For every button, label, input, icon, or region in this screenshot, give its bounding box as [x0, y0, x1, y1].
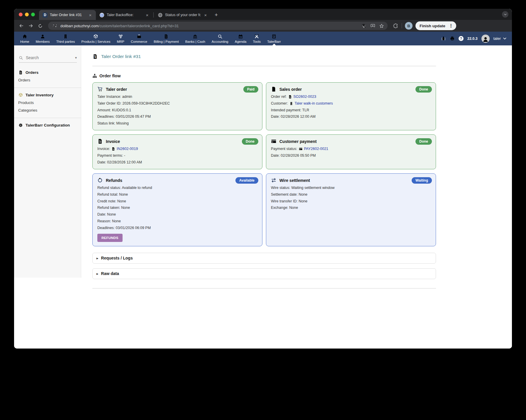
url-path: /custom/talerbarr/talerorderlink_card.ph… [99, 24, 179, 28]
chevron-down-icon [503, 13, 507, 16]
raw-data-section[interactable]: ▸ Raw data [92, 268, 436, 279]
close-window-button[interactable] [19, 13, 23, 16]
briefcase-icon [137, 34, 142, 39]
address-bar[interactable]: dolibarr.potuzhnyi.com/custom/talerbarr/… [48, 22, 388, 30]
nav-commerce[interactable]: Commerce [128, 32, 150, 45]
nav-home[interactable]: Home [17, 32, 33, 45]
card-line: Payment status: PAY2602-0021 [271, 146, 431, 151]
customer-link[interactable]: Taler walk-in customers [295, 101, 333, 106]
card-sales-order: Sales order Done Order ref: SO2602-0023 … [266, 82, 436, 130]
mic-off-icon[interactable] [361, 23, 367, 29]
field-label: Invoice: [97, 146, 110, 151]
tab-taler-backoffice[interactable]: Taler Backoffice: × [96, 10, 153, 20]
calendar-icon [238, 34, 243, 39]
bug-icon[interactable] [441, 36, 446, 41]
search-icon [19, 56, 23, 60]
tab-search-button[interactable] [502, 11, 508, 18]
tab-separator [153, 12, 154, 18]
card-line: Exchange: None [271, 205, 431, 210]
bookmark-star-icon[interactable] [378, 23, 385, 29]
sidebar-search: ▾ [19, 55, 77, 63]
user-menu[interactable]: taler [493, 36, 507, 41]
talerbarr-icon [272, 34, 276, 39]
nav-label: Tools [253, 40, 261, 43]
reload-button[interactable] [36, 22, 44, 30]
nav-label: Billing | Payment [154, 40, 179, 43]
url-host: dolibarr.potuzhnyi.com [60, 24, 99, 28]
user-avatar[interactable] [481, 35, 490, 43]
field-label: Payment status: [271, 146, 297, 151]
window-controls [14, 13, 39, 20]
forward-button[interactable] [27, 22, 35, 30]
sidebar-item-orders[interactable]: Orders [14, 75, 81, 82]
card-title: Invoice [106, 139, 120, 144]
tab-title: Taler Backoffice: [107, 13, 142, 17]
chevron-down-icon [502, 36, 507, 41]
card-line: Payment terms: - [97, 153, 257, 158]
finish-update-button[interactable]: Finish update⋮ [415, 21, 456, 30]
building-icon [289, 102, 293, 105]
field-label: Customer: [271, 101, 288, 106]
nav-label: TalerBarr [267, 40, 281, 43]
chevron-down-icon[interactable]: ▾ [75, 56, 77, 60]
invoice-link[interactable]: IN2602-0019 [117, 146, 138, 151]
sidebar-item-products[interactable]: Products [14, 97, 81, 105]
nav-billing-payment[interactable]: Billing | Payment [150, 32, 182, 45]
back-button[interactable] [18, 22, 25, 30]
nav-tools[interactable]: Tools [250, 32, 264, 45]
status-badge-done: Done [415, 86, 432, 93]
sales-order-link[interactable]: SO2602-0023 [293, 94, 316, 99]
nav-third-parties[interactable]: Third parties [53, 32, 78, 45]
card-line: Date: 02/28/2026 12:00 AM [271, 114, 431, 119]
zoom-window-button[interactable] [31, 13, 35, 16]
refunds-button[interactable]: REFUNDS [97, 234, 123, 242]
divider [92, 288, 436, 288]
taler-spiral-favicon [99, 13, 104, 18]
install-app-icon[interactable] [369, 23, 376, 29]
tab-order-status[interactable]: Status of your order forSync × [154, 10, 211, 20]
requests-logs-section[interactable]: ▸ Requests / Logs [92, 253, 436, 264]
home-icon [22, 34, 27, 39]
extensions-puzzle-icon[interactable] [392, 23, 399, 29]
tab-taler-order-link[interactable]: D Taler Order link #31 × [39, 10, 96, 20]
sidebar-item-categories[interactable]: Categories [14, 105, 81, 112]
toolbar-right: B Finish update⋮ [392, 21, 456, 30]
close-icon[interactable]: × [203, 13, 208, 18]
nav-banks-cash[interactable]: Banks | Cash [182, 32, 208, 45]
close-icon[interactable]: × [145, 13, 150, 18]
raw-data-label: Raw data [101, 271, 119, 276]
nav-products-services[interactable]: Products | Services [78, 32, 114, 45]
card-line: Intended payment: TLR [271, 108, 431, 113]
card-line: Order ref: SO2602-0023 [271, 94, 431, 99]
minimize-window-button[interactable] [25, 13, 29, 16]
nav-accounting[interactable]: Accounting [208, 32, 232, 45]
card-line: Refund status: Available to refund [97, 185, 257, 190]
printer-icon[interactable] [450, 36, 455, 41]
nav-mrp[interactable]: MRP [113, 32, 128, 45]
page-content: ▾ Orders Orders Taler Inventory Products… [14, 45, 512, 349]
profile-avatar[interactable]: B [405, 22, 413, 30]
sidebar: ▾ Orders Orders Taler Inventory Products… [14, 45, 81, 278]
site-settings-icon[interactable] [52, 23, 58, 29]
navbar-right: ? 22.0.3 taler [441, 32, 509, 45]
card-title: Wire settlement [279, 178, 310, 183]
payment-link[interactable]: PAY2602-0021 [304, 146, 328, 151]
card-refunds: Refunds Available Refund status: Availab… [92, 173, 262, 246]
invoice-icon [97, 139, 103, 144]
taler-order-doc-icon [92, 53, 98, 60]
nav-talerbarr[interactable]: TalerBarr [264, 32, 284, 45]
browser-menu-icon[interactable]: ⋮ [448, 23, 454, 28]
sidebar-section-title[interactable]: TalerBarr Configuration [14, 123, 81, 127]
help-icon[interactable]: ? [459, 36, 464, 41]
close-icon[interactable]: × [88, 13, 93, 18]
search-input[interactable] [26, 55, 72, 60]
card-line: Date: 02/28/2026 05:50 PM [271, 153, 431, 158]
new-tab-button[interactable]: + [211, 12, 221, 20]
app-navbar: Home Members Third parties Products | Se… [14, 32, 512, 45]
card-line: Taler Instance: admin [97, 94, 257, 99]
card-line: Customer: Taler walk-in customers [271, 101, 431, 106]
nav-members[interactable]: Members [33, 32, 53, 45]
nav-agenda[interactable]: Agenda [232, 32, 250, 45]
sidebar-section-orders: Orders Orders [14, 70, 81, 82]
tab-bar: D Taler Order link #31 × Taler Backoffic… [14, 9, 512, 20]
